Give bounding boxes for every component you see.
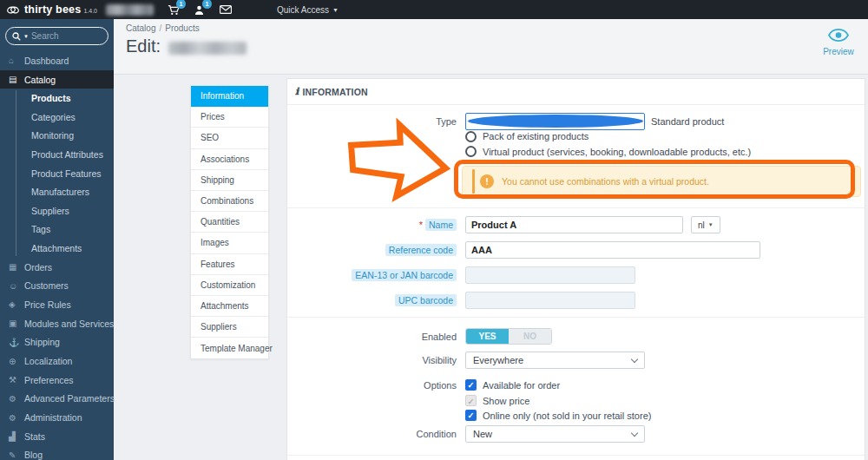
divider — [287, 455, 865, 456]
ean-input[interactable] — [465, 266, 635, 284]
warning-icon: ! — [480, 174, 494, 188]
breadcrumb-products[interactable]: Products — [165, 23, 199, 33]
sidebar-item-localization[interactable]: ⊕ Localization — [0, 352, 114, 371]
breadcrumb-catalog[interactable]: Catalog — [126, 23, 155, 33]
quick-access-menu[interactable]: Quick Access ▼ — [277, 5, 339, 15]
sidebar-item-label: Localization — [24, 356, 72, 366]
sidebar-item-stats[interactable]: ▟ Stats — [0, 427, 114, 446]
language-dropdown[interactable]: nl▼ — [691, 216, 720, 233]
wrench-icon: ⚒ — [9, 375, 24, 384]
checkbox-checked-icon[interactable]: ✓ — [465, 410, 477, 421]
reference-label[interactable]: Reference code — [385, 244, 457, 256]
name-input[interactable] — [465, 216, 683, 233]
tab-customization[interactable]: Customization — [191, 275, 268, 296]
visibility-row: Visibility Everywhere — [287, 352, 865, 369]
sidebar-item-orders[interactable]: ▦ Orders — [0, 258, 114, 277]
sidebar-item-price-rules[interactable]: ◈ Price Rules — [0, 295, 114, 314]
sidebar-item-customers[interactable]: ☺ Customers — [0, 276, 114, 295]
tab-template-manager[interactable]: Template Manager — [191, 338, 268, 358]
brand-version: 1.4.0 — [83, 8, 97, 14]
radio-icon[interactable] — [465, 113, 645, 130]
tab-suppliers[interactable]: Suppliers — [191, 317, 268, 338]
tab-shipping[interactable]: Shipping — [191, 170, 268, 191]
tab-seo[interactable]: SEO — [191, 128, 268, 148]
condition-select[interactable]: New — [465, 425, 645, 443]
quick-access-label: Quick Access — [277, 5, 329, 15]
tab-attachments[interactable]: Attachments — [191, 296, 268, 317]
sidebar-item-blog[interactable]: ✎ Blog — [0, 446, 114, 460]
toggle-yes[interactable]: YES — [466, 329, 509, 344]
enabled-toggle[interactable]: YES NO — [465, 328, 552, 345]
tab-information[interactable]: Information — [191, 86, 268, 107]
radio-virtual-product[interactable]: Virtual product (services, booking, down… — [465, 146, 751, 157]
sidebar-subitem-manufacturers[interactable]: Manufacturers — [0, 182, 114, 201]
tab-quantities[interactable]: Quantities — [191, 212, 268, 233]
cogs-icon: ⚙ — [9, 394, 24, 404]
search-input[interactable] — [31, 31, 87, 41]
home-icon: ⌂ — [9, 56, 24, 65]
name-row: *Name nl▼ — [287, 216, 865, 233]
visibility-select[interactable]: Everywhere — [465, 352, 645, 369]
condition-value: New — [473, 429, 492, 439]
option-show-price: ✓ Show price — [465, 395, 529, 406]
product-tabs: Information Prices SEO Associations Ship… — [190, 85, 269, 359]
sidebar-subitem-tags[interactable]: Tags — [0, 220, 114, 240]
sidebar-item-label: Customers — [24, 280, 69, 291]
truck-icon: ⚓ — [9, 338, 24, 347]
sidebar-item-label: Preferences — [24, 375, 74, 385]
chevron-down-icon: ▼ — [332, 7, 339, 13]
sidebar-item-label: Blog — [24, 450, 43, 460]
ean-label[interactable]: EAN-13 or JAN barcode — [352, 269, 457, 281]
reference-input[interactable] — [465, 241, 760, 259]
information-panel: ℹ INFORMATION Type Standard product Pack… — [286, 78, 865, 460]
option-online-only[interactable]: ✓ Online only (not sold in your retail s… — [465, 410, 651, 421]
notifications-button[interactable]: 1 — [193, 3, 206, 16]
radio-icon[interactable] — [465, 146, 477, 157]
sidebar-item-advanced-parameters[interactable]: ⚙ Advanced Parameters — [0, 390, 114, 409]
sidebar-item-administration[interactable]: ⚙ Administration — [0, 408, 114, 427]
sidebar-item-label: Orders — [24, 262, 52, 273]
toggle-no[interactable]: NO — [509, 329, 551, 344]
chevron-down-icon — [631, 429, 638, 436]
radio-standard-product[interactable]: Standard product — [465, 115, 751, 127]
checkbox-checked-icon[interactable]: ✓ — [465, 379, 477, 391]
cart-button[interactable]: 1 — [167, 3, 180, 16]
sidebar-item-preferences[interactable]: ⚒ Preferences — [0, 371, 114, 390]
tab-associations[interactable]: Associations — [191, 149, 268, 170]
sidebar-subitem-suppliers[interactable]: Suppliers — [0, 201, 114, 220]
sidebar-subitem-attachments[interactable]: Attachments — [0, 239, 114, 258]
radio-icon[interactable] — [465, 131, 477, 142]
sidebar-subitem-monitoring[interactable]: Monitoring — [0, 127, 114, 146]
condition-row: Condition New — [287, 425, 865, 443]
checkbox-disabled-icon: ✓ — [465, 395, 477, 406]
warning-alert: ! You cannot use combinations with a vir… — [462, 166, 861, 197]
shop-name-redacted[interactable] — [106, 4, 154, 16]
brand[interactable]: thirty bees 1.4.0 — [6, 3, 97, 16]
sidebar-subitem-categories[interactable]: Categories — [0, 108, 114, 127]
sidebar-item-catalog[interactable]: ▤ Catalog — [0, 70, 114, 89]
visibility-value: Everywhere — [473, 355, 523, 365]
tab-prices[interactable]: Prices — [191, 107, 268, 128]
chevron-down-icon: ▼ — [23, 34, 29, 39]
sidebar-item-shipping[interactable]: ⚓ Shipping — [0, 332, 114, 352]
sidebar-item-dashboard[interactable]: ⌂ Dashboard — [0, 51, 114, 70]
sidebar-subitem-products[interactable]: Products — [0, 89, 114, 108]
sidebar-subitem-product-features[interactable]: Product Features — [0, 164, 114, 183]
sidebar-subitem-product-attributes[interactable]: Product Attributes — [0, 145, 114, 164]
option-available-for-order[interactable]: ✓ Available for order — [465, 379, 560, 391]
divider — [287, 317, 865, 318]
sidebar: ▼ ⌂ Dashboard ▤ Catalog Products Categor… — [0, 19, 114, 460]
required-asterisk: * — [419, 220, 423, 230]
messages-button[interactable] — [219, 3, 232, 16]
name-label[interactable]: Name — [425, 219, 457, 231]
upc-input[interactable] — [465, 292, 635, 309]
sidebar-item-modules-and-services[interactable]: ▣ Modules and Services — [0, 314, 114, 333]
sidebar-item-label: Shipping — [24, 337, 60, 347]
sidebar-search[interactable]: ▼ — [5, 27, 108, 45]
tab-images[interactable]: Images — [191, 233, 268, 253]
tab-combinations[interactable]: Combinations — [191, 191, 268, 212]
upc-label[interactable]: UPC barcode — [395, 294, 457, 306]
tab-features[interactable]: Features — [191, 254, 268, 275]
radio-pack-of-products[interactable]: Pack of existing products — [465, 131, 751, 142]
preview-button[interactable]: Preview — [819, 29, 858, 56]
